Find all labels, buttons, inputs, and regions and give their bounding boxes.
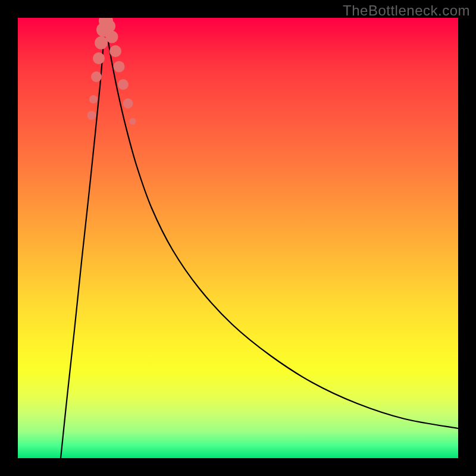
data-marker xyxy=(118,79,129,90)
data-marker xyxy=(87,111,96,120)
data-marker xyxy=(114,61,125,73)
curve-layer xyxy=(18,18,458,458)
watermark-label: TheBottleneck.com xyxy=(343,2,470,19)
data-marker xyxy=(106,31,118,43)
data-marker xyxy=(109,45,121,57)
plot-area xyxy=(18,18,458,458)
data-marker xyxy=(102,20,115,33)
chart-frame: TheBottleneck.com xyxy=(0,0,476,476)
curve-right-branch xyxy=(105,18,458,428)
data-marker xyxy=(130,118,136,125)
data-marker xyxy=(123,99,133,109)
marker-dots xyxy=(87,18,136,125)
data-marker xyxy=(95,36,108,49)
data-marker xyxy=(89,95,98,104)
data-marker xyxy=(93,52,105,64)
data-marker xyxy=(91,71,102,82)
curve-left-branch xyxy=(61,18,105,458)
